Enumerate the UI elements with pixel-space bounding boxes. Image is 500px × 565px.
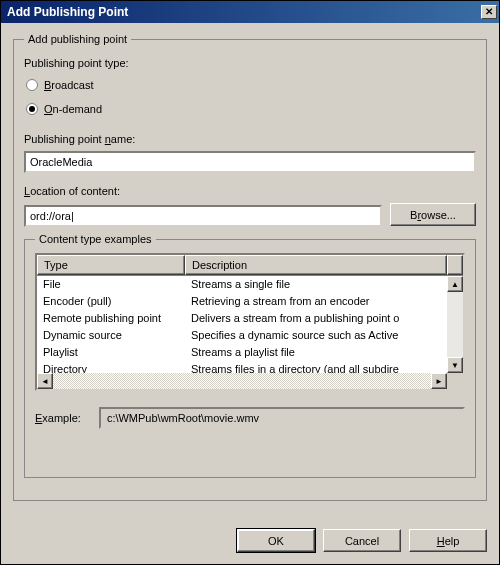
vertical-scrollbar[interactable]: ▲ ▼ (447, 276, 463, 373)
example-label: Example: (35, 412, 81, 424)
radio-broadcast[interactable]: Broadcast (26, 79, 476, 91)
table-row[interactable]: Encoder (pull) Retrieving a stream from … (37, 293, 447, 310)
scroll-corner (447, 373, 463, 389)
radio-on-demand[interactable]: On-demand (26, 103, 476, 115)
scroll-down-icon[interactable]: ▼ (447, 357, 463, 373)
type-label: Publishing point type: (24, 57, 476, 69)
radio-icon (26, 79, 38, 91)
examples-list[interactable]: Type Description File Streams a single f… (35, 253, 465, 391)
browse-button[interactable]: Browse... (390, 203, 476, 226)
example-row: Example: c:\WMPub\wmRoot\movie.wmv (35, 407, 465, 429)
radio-icon (26, 103, 38, 115)
cell-type: Playlist (37, 344, 185, 361)
scroll-track[interactable] (447, 292, 463, 357)
window-title: Add Publishing Point (7, 5, 128, 19)
location-input[interactable] (24, 205, 382, 227)
publishing-point-name-input[interactable] (24, 151, 476, 173)
header-type[interactable]: Type (37, 255, 185, 275)
dialog-window: Add Publishing Point ✕ Add publishing po… (0, 0, 500, 565)
name-label: Publishing point name: (24, 133, 476, 145)
scroll-up-icon[interactable]: ▲ (447, 276, 463, 292)
examples-legend: Content type examples (35, 233, 156, 245)
table-row[interactable]: File Streams a single file (37, 276, 447, 293)
close-button[interactable]: ✕ (481, 5, 497, 19)
add-publishing-point-group: Add publishing point Publishing point ty… (13, 33, 487, 501)
client-area: Add publishing point Publishing point ty… (1, 23, 499, 521)
table-row[interactable]: Playlist Streams a playlist file (37, 344, 447, 361)
list-headers: Type Description (37, 255, 463, 276)
cell-desc: Streams a playlist file (185, 344, 447, 361)
cell-desc: Specifies a dynamic source such as Activ… (185, 327, 447, 344)
radio-on-demand-label: On-demand (44, 103, 102, 115)
cell-desc: Streams files in a directory (and all su… (185, 361, 447, 373)
ok-button[interactable]: OK (237, 529, 315, 552)
help-button[interactable]: Help (409, 529, 487, 552)
header-scroll-spacer (447, 255, 463, 275)
cell-type: File (37, 276, 185, 293)
table-row[interactable]: Directory Streams files in a directory (… (37, 361, 447, 373)
cell-desc: Streams a single file (185, 276, 447, 293)
scroll-left-icon[interactable]: ◄ (37, 373, 53, 389)
location-label: Location of content: (24, 185, 476, 197)
cancel-button[interactable]: Cancel (323, 529, 401, 552)
cell-desc: Delivers a stream from a publishing poin… (185, 310, 447, 327)
cell-desc: Retrieving a stream from an encoder (185, 293, 447, 310)
group-legend: Add publishing point (24, 33, 131, 45)
table-row[interactable]: Dynamic source Specifies a dynamic sourc… (37, 327, 447, 344)
cell-type: Directory (37, 361, 185, 373)
scroll-track[interactable] (53, 373, 431, 389)
cell-type: Remote publishing point (37, 310, 185, 327)
close-icon: ✕ (485, 7, 493, 17)
dialog-footer: OK Cancel Help (1, 521, 499, 564)
table-row[interactable]: Remote publishing point Delivers a strea… (37, 310, 447, 327)
radio-broadcast-label: Broadcast (44, 79, 94, 91)
content-type-examples-group: Content type examples Type Description F… (24, 233, 476, 478)
cell-type: Dynamic source (37, 327, 185, 344)
header-description[interactable]: Description (185, 255, 447, 275)
example-value: c:\WMPub\wmRoot\movie.wmv (99, 407, 465, 429)
cell-type: Encoder (pull) (37, 293, 185, 310)
titlebar: Add Publishing Point ✕ (1, 1, 499, 23)
list-rows: File Streams a single file Encoder (pull… (37, 276, 447, 373)
horizontal-scrollbar[interactable]: ◄ ► (37, 373, 463, 389)
scroll-right-icon[interactable]: ► (431, 373, 447, 389)
